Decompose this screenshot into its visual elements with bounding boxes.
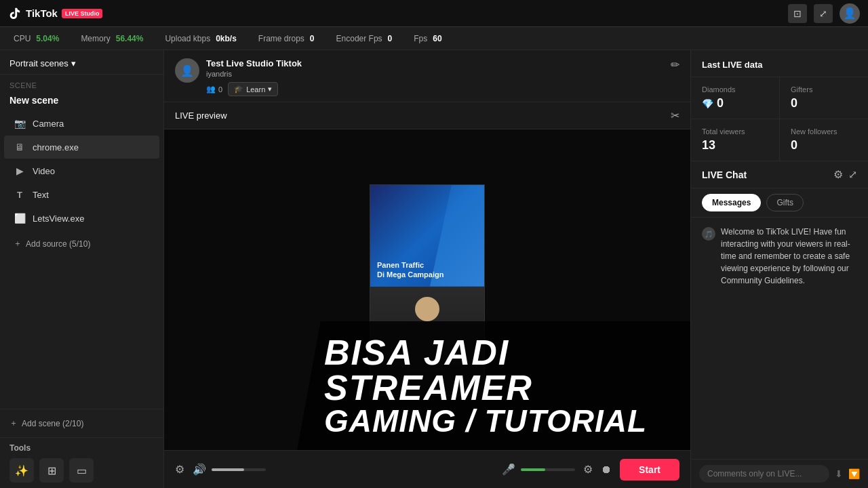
chat-filter-icon[interactable]: 🔽 <box>848 468 860 479</box>
learn-chevron-icon: ▾ <box>268 85 272 94</box>
tiktok-logo: TikTok LIVE Studio <box>8 7 102 20</box>
chat-settings-button[interactable]: ⚙ <box>833 168 843 181</box>
browser-icon: 🖥 <box>14 141 26 153</box>
bottom-controls: ⚙ 🔊 🎤 ⚙ ⏺ Start <box>164 450 690 488</box>
source-name-chrome: chrome.exe <box>33 142 79 152</box>
gifters-value: 0 <box>791 96 857 110</box>
preview-header: LIVE preview ✂ <box>164 102 690 129</box>
phone-preview-top: Panen TrafficDi Mega Campaign <box>370 185 484 287</box>
portrait-scenes-label: Portrait scenes <box>9 58 68 68</box>
start-button[interactable]: Start <box>620 459 679 481</box>
volume-area: 🔊 <box>193 463 494 476</box>
stats-bar: CPU 5.04% Memory 56.44% Upload kbps 0kb/… <box>0 27 868 50</box>
fps-stat: Fps 60 <box>414 34 441 43</box>
source-item-chrome[interactable]: 🖥 chrome.exe <box>4 136 159 159</box>
source-item-text[interactable]: T Text <box>4 183 159 206</box>
encoder-value: 0 <box>388 34 393 43</box>
volume-bar[interactable] <box>212 468 266 471</box>
live-studio-badge: LIVE Studio <box>62 9 103 18</box>
edit-button[interactable]: ✏ <box>671 58 679 71</box>
app-name: TikTok <box>26 7 58 19</box>
stream-meta: Test Live Studio Tiktok iyandris 👥 0 🎓 L… <box>206 58 664 96</box>
mic-bar[interactable] <box>521 468 575 471</box>
cpu-value: 5.04% <box>36 34 59 43</box>
source-name-letsview: LetsView.exe <box>33 214 84 224</box>
chat-header-icons: ⚙ ⤢ <box>833 168 857 181</box>
settings-gear-icon[interactable]: ⚙ <box>583 463 593 476</box>
chat-tabs: Messages Gifts <box>691 188 868 218</box>
new-scene-title[interactable]: New scene <box>0 92 163 111</box>
phone-content-title: Panen TrafficDi Mega Campaign <box>377 260 477 280</box>
magic-tool-button[interactable]: ✨ <box>9 458 34 483</box>
source-list: 📷 Camera 🖥 chrome.exe ▶ Video T Text ⬜ L… <box>0 111 163 409</box>
memory-value: 56.44% <box>116 34 144 43</box>
source-item-video[interactable]: ▶ Video <box>4 159 159 182</box>
live-stats-grid: Diamonds 💎 0 Gifters 0 Total viewers 13 … <box>691 77 868 161</box>
video-icon: ▶ <box>14 165 26 177</box>
learn-label: Learn <box>246 85 265 94</box>
record-icon[interactable]: ⏺ <box>601 464 612 476</box>
gifters-label: Gifters <box>791 85 857 94</box>
upload-value: 0kb/s <box>216 34 237 43</box>
sidebar-header: Portrait scenes ▾ <box>0 50 163 75</box>
total-viewers-value: 13 <box>702 138 768 152</box>
letsview-icon: ⬜ <box>14 212 26 224</box>
chat-expand-button[interactable]: ⤢ <box>848 168 857 181</box>
chat-scroll-icon[interactable]: ⬇ <box>835 468 843 479</box>
fullscreen-button[interactable]: ⤢ <box>814 4 833 23</box>
viewers-icon: 👥 <box>206 85 216 94</box>
stream-user: iyandris <box>206 70 664 78</box>
learn-button[interactable]: 🎓 Learn ▾ <box>228 82 278 96</box>
source-name-camera: Camera <box>33 119 64 129</box>
chat-message-item: 🎵 Welcome to TikTok LIVE! Have fun inter… <box>702 226 857 287</box>
upload-label: Upload kbps <box>165 34 210 43</box>
chat-input[interactable] <box>699 465 829 483</box>
source-item-letsview[interactable]: ⬜ LetsView.exe <box>4 207 159 230</box>
grid-tool-button[interactable]: ⊞ <box>39 458 64 483</box>
settings-sliders-icon[interactable]: ⚙ <box>175 463 184 476</box>
tools-section: Tools ✨ ⊞ ▭ <box>0 437 163 488</box>
live-chat-title: LIVE Chat <box>702 169 747 180</box>
tab-messages[interactable]: Messages <box>702 194 761 211</box>
window-mode-button[interactable]: ⊡ <box>788 4 807 23</box>
camera-icon: 📷 <box>14 117 26 129</box>
volume-fill <box>212 468 244 471</box>
live-data-header: Last LIVE data <box>691 50 868 77</box>
upload-stat: Upload kbps 0kb/s <box>165 34 236 43</box>
portrait-scenes-button[interactable]: Portrait scenes ▾ <box>9 58 76 68</box>
source-item-camera[interactable]: 📷 Camera <box>4 112 159 135</box>
chevron-down-icon: ▾ <box>71 58 76 68</box>
layout-tool-button[interactable]: ▭ <box>69 458 94 483</box>
new-followers-value: 0 <box>791 138 857 152</box>
gifters-stat-cell: Gifters 0 <box>780 77 868 119</box>
memory-stat: Memory 56.44% <box>81 34 143 43</box>
cpu-stat: CPU 5.04% <box>14 34 59 43</box>
stream-avatar: 👤 <box>175 58 199 83</box>
chat-messages: 🎵 Welcome to TikTok LIVE! Have fun inter… <box>691 218 868 459</box>
preview-crop-button[interactable]: ✂ <box>671 109 679 122</box>
tab-gifts[interactable]: Gifts <box>766 194 804 211</box>
diamonds-label: Diamonds <box>702 85 768 94</box>
stream-name: Test Live Studio Tiktok <box>206 58 664 68</box>
source-name-text: Text <box>33 190 49 200</box>
main-layout: Portrait scenes ▾ Scene New scene 📷 Came… <box>0 50 868 488</box>
watermark-line2: GAMING / TUTORIAL <box>324 405 670 436</box>
add-scene-button[interactable]: ＋ Add scene (2/10) <box>0 409 163 437</box>
tiktok-icon <box>8 7 22 20</box>
chat-welcome-text: Welcome to TikTok LIVE! Have fun interac… <box>721 226 857 287</box>
sidebar: Portrait scenes ▾ Scene New scene 📷 Came… <box>0 50 164 488</box>
volume-icon[interactable]: 🔊 <box>193 463 206 476</box>
tools-icons: ✨ ⊞ ▭ <box>0 458 163 483</box>
person-head <box>415 297 439 321</box>
live-chat-section: LIVE Chat ⚙ ⤢ Messages Gifts 🎵 Welcome t… <box>691 161 868 488</box>
mic-icon[interactable]: 🎤 <box>502 463 515 476</box>
viewers-value: 0 <box>218 85 222 94</box>
add-source-label: Add source (5/10) <box>26 239 90 249</box>
watermark-line1: BISA JADI STREAMER <box>324 335 670 405</box>
framedrops-value: 0 <box>310 34 315 43</box>
plus-scene-icon: ＋ <box>9 418 18 429</box>
encoder-stat: Encoder Fps 0 <box>336 34 393 43</box>
encoder-label: Encoder Fps <box>336 34 382 43</box>
user-avatar[interactable]: 👤 <box>840 3 860 24</box>
add-source-button[interactable]: ＋ Add source (5/10) <box>4 232 159 255</box>
